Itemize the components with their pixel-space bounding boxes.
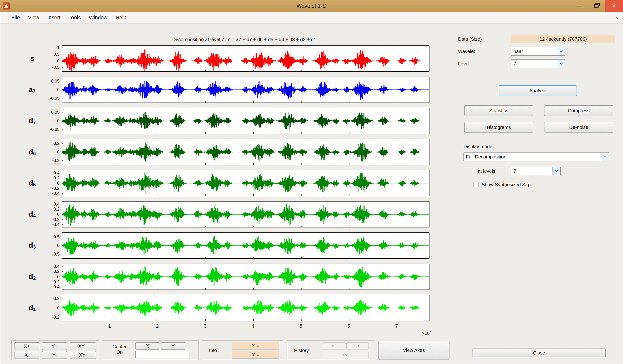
y-axis-d7: 0.050-0.05 bbox=[41, 108, 62, 134]
plot-box-s bbox=[62, 45, 429, 72]
plot-box-a7 bbox=[62, 77, 429, 103]
info-group: Info X = Y = bbox=[202, 341, 283, 360]
waveform-canvas-d3 bbox=[62, 233, 429, 258]
x-tick-label: 5 bbox=[299, 323, 302, 329]
display-mode-select[interactable]: Full Decomposition bbox=[464, 152, 609, 161]
signal-row-d3: d30.50-0.5 bbox=[0, 233, 429, 259]
y-tick-label: -0.2 bbox=[52, 217, 60, 222]
y-axis-d2: 0.40.20-0.2-0.4 bbox=[41, 264, 62, 290]
restore-button[interactable] bbox=[588, 0, 605, 12]
x-tick-label: 1 bbox=[108, 323, 111, 329]
menu-help[interactable]: Help bbox=[111, 12, 130, 23]
wavelet-label: Wavelet bbox=[458, 47, 475, 56]
signal-label-s: s bbox=[23, 45, 41, 72]
signal-label-a7: a7 bbox=[23, 77, 41, 103]
analyze-button[interactable]: Analyze bbox=[499, 86, 577, 96]
waveform-canvas-d6 bbox=[62, 139, 429, 165]
title-bar: Wavelet 1-D ✕ bbox=[0, 0, 623, 12]
signal-label-d5: d5 bbox=[23, 170, 41, 196]
x-tick-label: 3 bbox=[204, 323, 206, 329]
center-y-button[interactable]: Y bbox=[161, 342, 185, 350]
menu-insert[interactable]: Insert bbox=[43, 12, 65, 23]
menu-window[interactable]: Window bbox=[85, 12, 111, 23]
y-tick-label: 1 bbox=[57, 45, 60, 50]
at-levels-select[interactable]: 7 bbox=[511, 167, 561, 175]
minimize-button[interactable] bbox=[570, 0, 588, 12]
y-tick-label: -0.2 bbox=[52, 158, 60, 163]
y-tick-label: -0.5 bbox=[52, 65, 60, 70]
y-axis-a7: 0.050-0.05 bbox=[41, 77, 62, 103]
center-x-button[interactable]: X bbox=[135, 342, 159, 350]
denoise-button[interactable]: De-noise bbox=[544, 122, 613, 132]
y-tick-label: 0.4 bbox=[54, 170, 60, 175]
signal-label-d7: d7 bbox=[23, 108, 41, 134]
plot-box-d5 bbox=[62, 170, 429, 196]
x-axis: ×105 1234567 bbox=[62, 322, 429, 338]
signal-row-d6: d60.20-0.2 bbox=[0, 139, 429, 165]
level-select[interactable]: 7 bbox=[511, 60, 565, 68]
info-x-field: X = bbox=[232, 342, 279, 349]
y-tick-label: 0 bbox=[57, 87, 60, 92]
dock-arrow-icon[interactable]: ↘ bbox=[615, 12, 619, 23]
chevron-down-icon[interactable] bbox=[601, 153, 609, 161]
y-tick-label: -0.2 bbox=[52, 186, 60, 191]
plot-box-d2 bbox=[62, 264, 429, 290]
view-axes-button[interactable]: View Axes bbox=[378, 341, 449, 360]
waveform-canvas-d1 bbox=[62, 295, 429, 321]
data-size-field: 12 4sekundy (767706) bbox=[511, 35, 615, 43]
minimize-icon bbox=[577, 6, 581, 6]
signal-row-s: s10.50-0.5 bbox=[0, 45, 429, 72]
compress-button[interactable]: Compress bbox=[544, 105, 613, 116]
window-title: Wavelet 1-D bbox=[0, 3, 623, 9]
menu-file[interactable]: File bbox=[7, 12, 24, 23]
waveform-canvas-d5 bbox=[62, 170, 429, 196]
wavelet-select[interactable]: haar bbox=[511, 47, 565, 56]
center-value-input[interactable] bbox=[135, 351, 189, 358]
signal-row-d4: d40.40.20-0.2-0.4 bbox=[0, 201, 429, 227]
x-tick-label: 7 bbox=[395, 323, 398, 329]
zoom-y-minus-button[interactable]: Y- bbox=[42, 351, 67, 359]
waveform-canvas-d4 bbox=[62, 201, 429, 227]
y-tick-label: 0 bbox=[57, 212, 60, 217]
waveform-canvas-d7 bbox=[62, 108, 429, 134]
y-axis-d5: 0.40.20-0.2-0.4 bbox=[41, 170, 62, 196]
signal-row-d5: d50.40.20-0.2-0.4 bbox=[0, 170, 429, 196]
history-label: History bbox=[294, 341, 309, 360]
chevron-down-icon[interactable] bbox=[552, 167, 560, 175]
y-tick-label: 0.4 bbox=[54, 201, 60, 207]
y-tick-label: 0.05 bbox=[51, 79, 60, 84]
wavelet-1d-window: Wavelet 1-D ✕ File View Insert Tools Win… bbox=[0, 0, 623, 364]
chevron-down-icon[interactable] bbox=[557, 60, 565, 68]
zoom-x-plus-button[interactable]: X+ bbox=[15, 342, 39, 350]
close-icon: ✕ bbox=[612, 3, 616, 9]
y-axis-d1: 0.20-0.2 bbox=[41, 295, 62, 321]
close-button[interactable]: Close bbox=[472, 348, 606, 357]
close-window-button[interactable]: ✕ bbox=[605, 0, 623, 12]
show-synthesized-checkbox[interactable] bbox=[473, 182, 478, 187]
zoom-y-plus-button[interactable]: Y+ bbox=[42, 342, 67, 350]
history-back-button[interactable]: <- bbox=[323, 342, 345, 349]
y-tick-label: -0.4 bbox=[52, 191, 60, 196]
y-tick-label: 0 bbox=[57, 305, 60, 310]
menu-tools[interactable]: Tools bbox=[65, 12, 85, 23]
signal-label-d6: d6 bbox=[23, 139, 41, 165]
y-tick-label: 0.4 bbox=[54, 264, 60, 269]
signal-label-d3: d3 bbox=[23, 233, 41, 259]
show-synthesized-label: Show Synthesized Sig. bbox=[482, 182, 530, 187]
history-all-button[interactable]: <<- bbox=[323, 351, 369, 358]
y-tick-label: 0 bbox=[57, 58, 60, 63]
y-tick-label: 0.2 bbox=[54, 269, 60, 274]
signal-row-d1: d10.20-0.2 bbox=[0, 295, 429, 321]
history-forward-button[interactable]: -> bbox=[346, 342, 369, 349]
zoom-xy-plus-button[interactable]: XY+ bbox=[70, 342, 96, 350]
chevron-down-icon[interactable] bbox=[557, 47, 565, 55]
y-tick-label: 0 bbox=[57, 243, 60, 248]
statistics-button[interactable]: Statistics bbox=[465, 105, 533, 116]
plot-box-d6 bbox=[62, 139, 429, 165]
menu-view[interactable]: View bbox=[24, 12, 43, 23]
zoom-xy-minus-button[interactable]: XY- bbox=[70, 351, 96, 359]
histograms-button[interactable]: Histograms bbox=[465, 122, 533, 132]
plot-title: Decomposition at level 7 : s = a7 + d7 +… bbox=[62, 37, 429, 42]
plot-box-d7 bbox=[62, 108, 429, 134]
zoom-x-minus-button[interactable]: X- bbox=[15, 351, 39, 359]
